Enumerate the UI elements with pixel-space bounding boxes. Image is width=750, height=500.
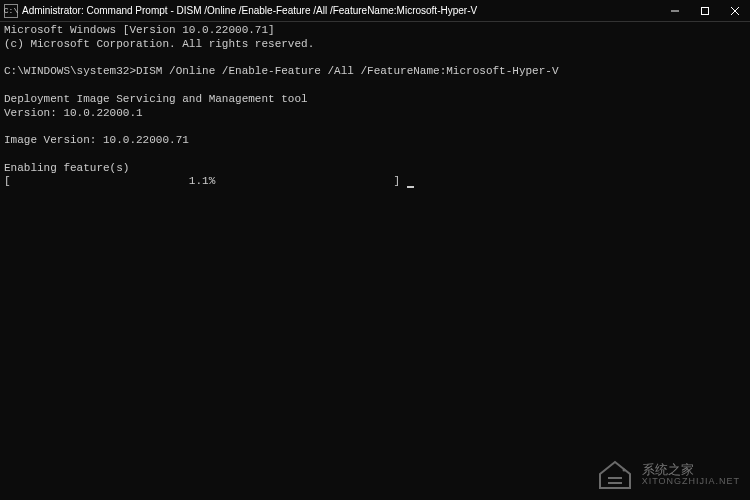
- titlebar-left: C:\ Administrator: Command Prompt - DISM…: [0, 4, 477, 18]
- output-line: Image Version: 10.0.22000.71: [4, 134, 189, 146]
- window-title: Administrator: Command Prompt - DISM /On…: [22, 5, 477, 16]
- watermark-url: XITONGZHIJIA.NET: [642, 477, 740, 487]
- maximize-button[interactable]: [690, 0, 720, 22]
- output-line: Deployment Image Servicing and Managemen…: [4, 93, 308, 105]
- watermark: 系统之家 XITONGZHIJIA.NET: [596, 458, 740, 492]
- svg-point-6: [622, 469, 625, 472]
- output-line: (c) Microsoft Corporation. All rights re…: [4, 38, 314, 50]
- watermark-logo-icon: [596, 458, 634, 492]
- minimize-button[interactable]: [660, 0, 690, 22]
- cursor: [407, 186, 414, 188]
- cmd-icon-label: C:\: [4, 6, 18, 15]
- output-line: Version: 10.0.22000.1: [4, 107, 143, 119]
- output-line: Enabling feature(s): [4, 162, 129, 174]
- window-titlebar: C:\ Administrator: Command Prompt - DISM…: [0, 0, 750, 22]
- prompt-line: C:\WINDOWS\system32>DISM /Online /Enable…: [4, 65, 559, 77]
- terminal-output[interactable]: Microsoft Windows [Version 10.0.22000.71…: [0, 22, 750, 191]
- svg-rect-1: [702, 7, 709, 14]
- cmd-icon: C:\: [4, 4, 18, 18]
- output-line: Microsoft Windows [Version 10.0.22000.71…: [4, 24, 275, 36]
- close-button[interactable]: [720, 0, 750, 22]
- window-controls: [660, 0, 750, 22]
- watermark-text: 系统之家 XITONGZHIJIA.NET: [642, 463, 740, 487]
- watermark-title: 系统之家: [642, 463, 740, 477]
- progress-bar: [ 1.1% ]: [4, 175, 407, 187]
